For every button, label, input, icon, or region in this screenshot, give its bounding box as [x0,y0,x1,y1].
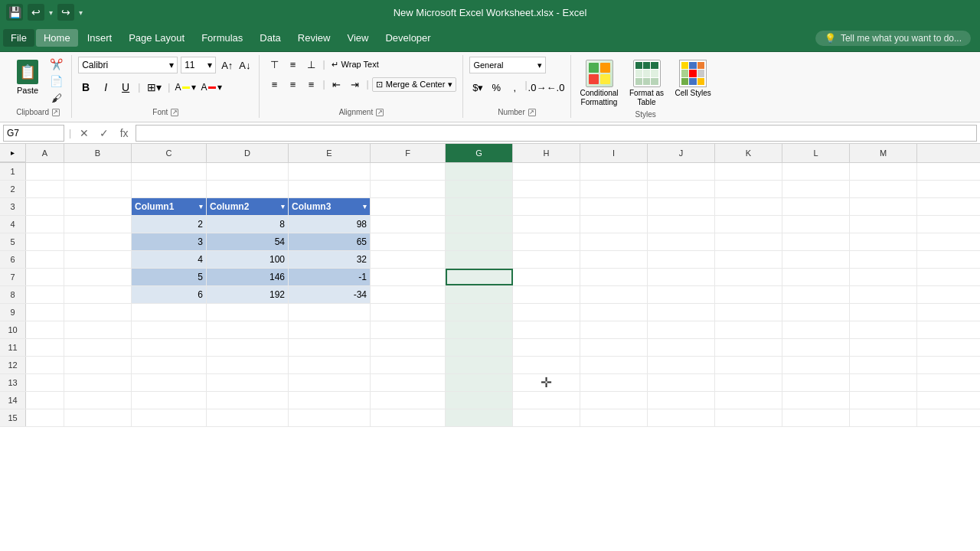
cell-k13[interactable] [715,374,782,391]
cell-f3[interactable] [371,198,446,215]
menu-file[interactable]: File [3,29,34,47]
cell-h11[interactable] [513,339,580,356]
cell-h4[interactable] [513,216,580,233]
cell-k10[interactable] [715,321,782,338]
align-left-button[interactable]: ≡ [266,77,283,92]
cell-m8[interactable] [850,286,917,303]
cell-d10[interactable] [207,321,289,338]
cell-d8[interactable]: 192 [207,286,289,303]
cell-h8[interactable] [513,286,580,303]
cell-l15[interactable] [782,409,850,426]
cell-e3-header[interactable]: Column3 ▾ [289,198,371,215]
customize-qat[interactable]: ▾ [79,8,83,17]
cell-i5[interactable] [580,233,648,250]
cell-l7[interactable] [782,269,850,285]
cell-b10[interactable] [64,321,132,338]
cell-i3[interactable] [580,198,648,215]
cell-c1[interactable] [132,163,207,180]
cell-g5[interactable] [446,233,513,250]
cell-b3[interactable] [64,198,132,215]
font-color-button[interactable]: A▾ [201,80,222,95]
decrease-indent-button[interactable]: ⇤ [328,77,345,92]
cell-c6[interactable]: 4 [132,251,207,268]
col-header-e[interactable]: E [289,144,371,162]
cell-a6[interactable] [26,251,64,268]
underline-button[interactable]: U [118,80,133,95]
undo-icon[interactable]: ↩ [28,4,44,21]
cell-d5[interactable]: 54 [207,233,289,250]
fill-color-button[interactable]: A▾ [175,80,196,95]
cell-j3[interactable] [648,198,715,215]
cell-e14[interactable] [289,392,371,409]
col-header-l[interactable]: L [782,144,850,162]
cell-a12[interactable] [26,357,64,373]
cell-m4[interactable] [850,216,917,233]
cell-l5[interactable] [782,233,850,250]
cell-f9[interactable] [371,304,446,321]
cell-j6[interactable] [648,251,715,268]
cell-e7[interactable]: -1 [289,269,371,285]
cell-b7[interactable] [64,269,132,285]
cell-g7[interactable] [446,269,513,285]
copy-button[interactable]: 📄 [47,73,65,89]
cell-l2[interactable] [782,181,850,197]
cell-c13[interactable] [132,374,207,391]
cell-a3[interactable] [26,198,64,215]
cell-b15[interactable] [64,409,132,426]
cell-b9[interactable] [64,304,132,321]
row-header-4[interactable]: 4 [0,216,26,233]
cell-c7[interactable]: 5 [132,269,207,285]
cell-a14[interactable] [26,392,64,409]
cell-h6[interactable] [513,251,580,268]
cell-j7[interactable] [648,269,715,285]
cell-l6[interactable] [782,251,850,268]
row-header-2[interactable]: 2 [0,181,26,197]
cell-g15[interactable] [446,409,513,426]
paste-button[interactable]: 📋 Paste [11,57,44,98]
cell-j4[interactable] [648,216,715,233]
col3-filter-arrow[interactable]: ▾ [363,203,367,210]
cell-m13[interactable] [850,374,917,391]
cell-j15[interactable] [648,409,715,426]
save-icon[interactable]: 💾 [6,4,23,21]
menu-page-layout[interactable]: Page Layout [121,29,192,47]
cell-c2[interactable] [132,181,207,197]
cell-e2[interactable] [289,181,371,197]
cell-m3[interactable] [850,198,917,215]
col2-filter-arrow[interactable]: ▾ [281,203,285,210]
cell-m7[interactable] [850,269,917,285]
row-header-1[interactable]: 1 [0,163,26,180]
cell-l3[interactable] [782,198,850,215]
cell-j14[interactable] [648,392,715,409]
cell-m11[interactable] [850,339,917,356]
cell-m6[interactable] [850,251,917,268]
align-top-button[interactable]: ⊤ [266,57,283,72]
menu-view[interactable]: View [339,29,376,47]
cell-g3[interactable] [446,198,513,215]
cell-m9[interactable] [850,304,917,321]
cell-c3-header[interactable]: Column1 ▾ [132,198,207,215]
cell-m2[interactable] [850,181,917,197]
increase-indent-button[interactable]: ⇥ [347,77,364,92]
cancel-formula-button[interactable]: ✕ [76,125,93,142]
cell-e4[interactable]: 98 [289,216,371,233]
cell-c15[interactable] [132,409,207,426]
cell-k14[interactable] [715,392,782,409]
cell-f15[interactable] [371,409,446,426]
cell-l14[interactable] [782,392,850,409]
cell-i13[interactable] [580,374,648,391]
row-header-5[interactable]: 5 [0,233,26,250]
row-header-15[interactable]: 15 [0,409,26,426]
cell-a4[interactable] [26,216,64,233]
cell-f7[interactable] [371,269,446,285]
cell-b5[interactable] [64,233,132,250]
select-all-button[interactable]: ▸ [0,144,26,162]
cell-l1[interactable] [782,163,850,180]
cell-i9[interactable] [580,304,648,321]
cell-k11[interactable] [715,339,782,356]
row-header-9[interactable]: 9 [0,304,26,321]
col-header-f[interactable]: F [371,144,446,162]
cell-l4[interactable] [782,216,850,233]
cell-g14[interactable] [446,392,513,409]
cell-k2[interactable] [715,181,782,197]
